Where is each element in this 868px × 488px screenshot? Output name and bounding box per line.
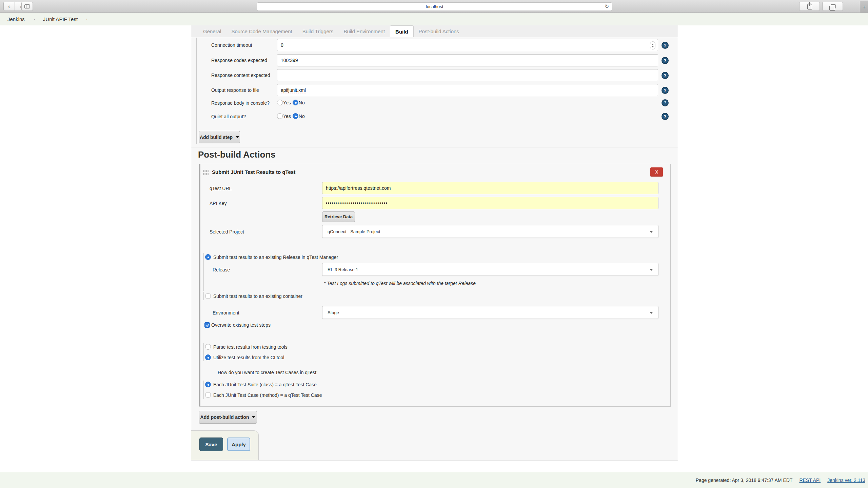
stepper-down-icon[interactable] (652, 46, 654, 47)
case-option-radio[interactable] (205, 392, 211, 398)
suite-option-label: Each JUnit Test Suite (class) = a qTest … (213, 382, 317, 387)
jenkins-version-link[interactable]: Jenkins ver. 2.113 (827, 477, 865, 483)
post-build-item-title: Submit JUnit Test Results to qTest (212, 169, 295, 175)
environment-label: Environment (213, 310, 239, 316)
tab-general[interactable]: General (198, 25, 226, 37)
tab-overview-icon (831, 4, 836, 8)
caret-down-icon (236, 136, 239, 138)
parse-option-radio[interactable] (205, 344, 211, 350)
case-option-label: Each JUnit Test Case (method) = a qTest … (213, 392, 322, 398)
help-icon[interactable]: ? (662, 99, 669, 106)
yes-radio[interactable] (277, 113, 283, 119)
add-build-step-button[interactable]: Add build step (199, 131, 240, 143)
quiet-output-radios: Yes No (277, 113, 305, 119)
response-content-input[interactable] (277, 69, 658, 81)
yes-label: Yes (283, 114, 291, 119)
reload-icon[interactable]: ↻ (605, 3, 609, 9)
response-codes-input[interactable] (277, 54, 658, 66)
page: ‹ › localhost ↻ + Jenkins › JUnit APIF T… (0, 0, 868, 488)
release-option-radio-row: Submit test results to an existing Relea… (205, 254, 338, 260)
breadcrumb-jenkins[interactable]: Jenkins (7, 16, 25, 22)
chevron-down-icon (650, 312, 653, 314)
response-codes-label: Response codes expected (211, 58, 267, 63)
breadcrumb: Jenkins › JUnit APIF Test › (0, 13, 868, 25)
suite-option-radio[interactable] (205, 382, 211, 387)
share-button[interactable] (799, 2, 820, 11)
output-response-label: Output response to file (211, 87, 259, 93)
stepper-up-icon[interactable] (652, 44, 654, 45)
qtest-url-input[interactable] (322, 182, 658, 194)
share-icon (807, 4, 812, 9)
tab-post-build-actions[interactable]: Post-build Actions (414, 25, 464, 37)
delete-step-button[interactable]: X (650, 167, 663, 177)
tab-build-triggers[interactable]: Build Triggers (297, 25, 339, 37)
utilize-option-radio[interactable] (205, 354, 211, 360)
address-bar[interactable]: localhost ↻ (257, 2, 612, 11)
overwrite-checkbox-row: Overwrite existing test steps (204, 322, 271, 328)
no-radio[interactable] (293, 113, 298, 119)
output-response-value: apifjunit.xml (281, 87, 306, 93)
drag-handle-icon[interactable] (203, 169, 209, 176)
rest-api-link[interactable]: REST API (799, 477, 821, 483)
help-icon[interactable]: ? (662, 113, 669, 120)
selected-project-select[interactable]: qConnect - Sample Project (322, 225, 658, 238)
config-panel: General Source Code Management Build Tri… (191, 25, 678, 461)
apply-button[interactable]: Apply (227, 438, 250, 451)
section-divider (191, 147, 678, 147)
new-tab-button[interactable]: + (860, 1, 868, 13)
post-build-heading: Post-build Actions (198, 149, 276, 160)
release-label: Release (213, 267, 230, 272)
save-bar: Save Apply (191, 430, 259, 460)
connection-timeout-input[interactable]: 0 (277, 39, 658, 51)
number-stepper[interactable] (650, 41, 655, 49)
retrieve-data-button[interactable]: Retrieve Data (322, 211, 355, 222)
back-button[interactable]: ‹ (3, 2, 15, 11)
response-content-label: Response content expected (211, 73, 270, 78)
qtest-url-label: qTest URL (210, 186, 232, 191)
suite-group-line (203, 381, 204, 399)
release-option-radio[interactable] (205, 254, 211, 260)
chevron-right-icon: › (86, 17, 87, 22)
build-step-drag-strip[interactable] (196, 38, 197, 144)
help-icon[interactable]: ? (662, 57, 669, 64)
yes-label: Yes (283, 100, 291, 105)
footer: Page generated: Apr 3, 2018 9:47:37 AM E… (0, 472, 868, 488)
no-label: No (299, 114, 305, 119)
output-response-input[interactable]: apifjunit.xml (277, 84, 658, 96)
post-build-item: Submit JUnit Test Results to qTest X qTe… (199, 164, 671, 407)
quiet-output-label: Quiet all output? (211, 114, 246, 119)
add-post-build-action-button[interactable]: Add post-build action (199, 411, 257, 424)
parse-option-radio-row: Parse test results from testing tools (205, 344, 288, 350)
parse-group-line (203, 343, 204, 361)
back-icon: ‹ (8, 3, 10, 10)
no-label: No (299, 100, 305, 105)
container-option-radio[interactable] (205, 293, 211, 299)
help-icon[interactable]: ? (662, 42, 669, 49)
no-radio[interactable] (293, 100, 298, 105)
overwrite-checkbox[interactable] (204, 322, 210, 328)
chevron-down-icon (650, 269, 653, 271)
breadcrumb-job[interactable]: JUnit APIF Test (43, 16, 78, 22)
url-text: localhost (426, 4, 443, 9)
tab-overview-button[interactable] (822, 2, 843, 11)
tab-build-environment[interactable]: Build Environment (338, 25, 390, 37)
release-group-line (203, 253, 204, 291)
help-icon[interactable]: ? (662, 87, 669, 94)
add-build-step-label: Add build step (200, 135, 233, 140)
overwrite-label: Overwrite existing test steps (211, 322, 271, 328)
release-note: * Test Logs submitted to qTest will be a… (324, 281, 476, 286)
yes-radio[interactable] (277, 100, 283, 105)
save-button[interactable]: Save (199, 438, 223, 451)
container-option-label: Submit test results to an existing conta… (213, 293, 302, 299)
help-icon[interactable]: ? (662, 72, 669, 79)
tab-build[interactable]: Build (390, 25, 414, 37)
sidebar-button[interactable] (21, 2, 33, 11)
drag-strip[interactable] (199, 164, 200, 406)
toolbar-right (799, 2, 843, 11)
environment-select[interactable]: Stage (322, 306, 658, 319)
api-key-input[interactable] (322, 197, 658, 209)
utilize-option-label: Utilize test results from the CI tool (213, 355, 284, 360)
tab-source-code-management[interactable]: Source Code Management (226, 25, 297, 37)
chevron-right-icon: › (34, 17, 35, 22)
release-select[interactable]: RL-3 Release 1 (322, 263, 658, 276)
